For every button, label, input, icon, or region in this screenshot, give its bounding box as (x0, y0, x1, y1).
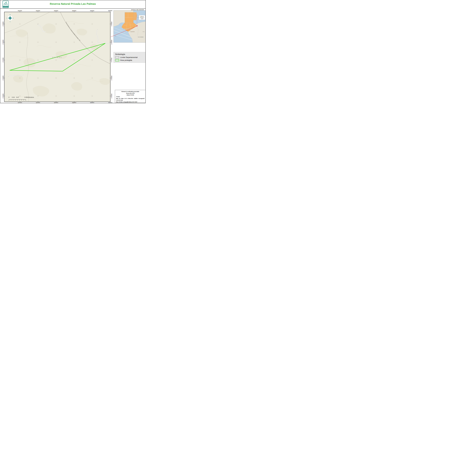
header-divider (0, 8, 145, 9)
grid-label-y-right: 1747000 (111, 58, 112, 63)
grid-label-x-top: 641000 (18, 10, 22, 11)
grid-label-x-bottom: 644000 (72, 102, 76, 103)
legend-item-limite: Límite Departamental (115, 56, 144, 58)
credits-source-1: Base de datos de la Dirección Análisis G… (116, 98, 144, 101)
inset-city-label: Guatemala (130, 31, 135, 32)
grid-label-x-bottom: 643000 (54, 102, 58, 103)
legend: Simbología Límite Departamental Área pro… (113, 52, 146, 63)
grid-label-x-bottom: 646000 (108, 102, 112, 103)
grid-label-y-right: 1749000 (111, 22, 112, 26)
grid-label-y-right: 1746000 (111, 76, 112, 81)
page-title: Reserva Natural Privada Las Palmas (0, 2, 145, 5)
grid-label-x-top: 642000 (36, 10, 40, 11)
credits-projection: Proyección GTM (116, 92, 144, 94)
limite-departamental-swatch-icon (115, 56, 119, 58)
note-line-3: resuelto (141, 18, 144, 19)
area-protegida-swatch-icon (115, 59, 119, 61)
legend-item-label: Área protegida (120, 59, 132, 61)
main-map: Carretera Centroamericana 13 IZABAL N S … (4, 12, 110, 102)
grid-label-x-top: 643000 (54, 10, 58, 11)
legend-title: Simbología (115, 53, 144, 55)
grid-label-x-top: 644000 (72, 10, 76, 11)
grid-label-x-bottom: 645000 (90, 102, 94, 103)
inset-honduras-label: Ho (143, 31, 145, 32)
credits-source-2: Base de datos cartografía básica IGN 201… (116, 101, 144, 103)
grid-label-x-bottom: 642000 (36, 102, 40, 103)
grid-label-y-left: 1747000 (2, 58, 4, 63)
map-document-page: CONAP Reserva Natural Privada Las Palmas… (0, 0, 146, 103)
compass-e: E (13, 17, 14, 19)
credits-datum: Datum WGS84 (116, 94, 144, 96)
inset-sansalvador-label: San Salvador (138, 36, 144, 37)
scale-label-3: 0.95 (24, 96, 27, 98)
inset-locator-map: Diferendo territorial no resuelto Guatem… (113, 10, 146, 42)
grid-label-y-left: 1746000 (2, 76, 4, 81)
legend-item-area: Área protegida (115, 59, 144, 61)
note-line-2: territorial no (140, 17, 144, 18)
compass-n: N (10, 14, 11, 16)
grid-label-x-top: 645000 (90, 10, 94, 11)
credits-coord-system: Sistema de coordenadas proyectadas (116, 91, 144, 92)
grid-label-y-right: 1745000 (111, 94, 112, 99)
grid-label-y-left: 1745000 (2, 94, 4, 99)
grid-label-y-left: 1749000 (2, 22, 4, 26)
grid-label-y-right: 1748000 (111, 40, 112, 45)
grid-label-x-bottom: 641000 (18, 102, 22, 103)
grid-label-y-left: 1748000 (2, 40, 4, 45)
credits-box: Sistema de coordenadas proyectadas Proye… (115, 90, 146, 103)
inset-country-label: Guatemala (123, 28, 133, 30)
scale-unit-label: Kilómetros (27, 96, 34, 98)
territorial-note-box: Diferendo territorial no resuelto (139, 15, 145, 20)
compass-o: O (7, 17, 8, 19)
grid-label-x-top: 646000 (108, 10, 112, 11)
inset-sansalvador-dot (137, 37, 138, 37)
department-label: IZABAL (52, 57, 62, 58)
scale-label-0: 0 (8, 96, 9, 98)
logo-text: CONAP (3, 6, 8, 7)
note-line-1: Diferendo (140, 16, 144, 17)
reserve-location-marker (136, 25, 137, 26)
document-code: DAGeos-442-2026-BS (131, 9, 144, 10)
inset-belize (133, 12, 137, 20)
credits-source-heading: Fuente: (116, 96, 144, 98)
legend-item-label: Límite Departamental (120, 56, 137, 58)
scale-label-1: 0.24 (12, 96, 15, 98)
inset-elevation-label: 721 (115, 35, 116, 37)
compass-s: S (10, 21, 10, 22)
scale-label-2: 0.47 (16, 96, 19, 98)
inset-city-dot (130, 31, 130, 32)
